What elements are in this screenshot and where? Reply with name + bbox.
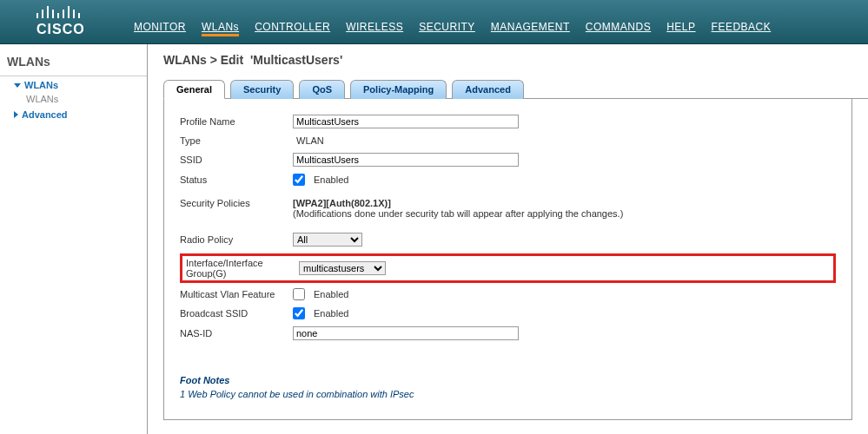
- tab-policy-mapping[interactable]: Policy-Mapping: [350, 80, 447, 99]
- profile-name-label: Profile Name: [180, 116, 293, 127]
- interface-group-select[interactable]: multicastusers: [299, 261, 386, 275]
- foot-note-1: 1 Web Policy cannot be used in combinati…: [180, 389, 836, 399]
- radio-policy-label: Radio Policy: [180, 234, 293, 245]
- chevron-down-icon: [14, 83, 21, 88]
- svg-rect-8: [78, 13, 80, 18]
- ssid-label: SSID: [180, 155, 293, 165]
- status-enabled-label: Enabled: [310, 174, 348, 185]
- tabs: General Security QoS Policy-Mapping Adva…: [163, 79, 868, 99]
- status-label: Status: [180, 174, 293, 185]
- main-content: WLANs > Edit 'MulticastUsers' General Se…: [148, 44, 868, 434]
- svg-rect-1: [42, 10, 43, 18]
- nav-wlans[interactable]: WLANs: [202, 21, 239, 36]
- svg-rect-4: [57, 13, 59, 18]
- multicast-vlan-label: Multicast Vlan Feature: [180, 289, 293, 299]
- svg-rect-0: [36, 13, 38, 18]
- sidebar: WLANs WLANs WLANs Advanced: [0, 44, 148, 434]
- nav-security[interactable]: SECURITY: [419, 21, 475, 36]
- tab-general[interactable]: General: [163, 80, 225, 99]
- broadcast-ssid-enabled-label: Enabled: [310, 308, 348, 319]
- foot-notes-title: Foot Notes: [180, 375, 836, 385]
- status-checkbox[interactable]: [293, 174, 305, 186]
- interface-group-highlight: Interface/InterfaceGroup(G) multicastuse…: [180, 253, 836, 283]
- general-panel: Profile Name Type WLAN SSID Status Enabl…: [163, 99, 852, 420]
- radio-policy-select[interactable]: All: [293, 233, 362, 247]
- nav-help[interactable]: HELP: [666, 21, 695, 36]
- chevron-right-icon: [14, 111, 18, 118]
- svg-rect-6: [68, 6, 70, 18]
- type-value: WLAN: [293, 135, 324, 146]
- multicast-vlan-enabled-label: Enabled: [310, 289, 348, 299]
- svg-rect-2: [47, 6, 49, 18]
- svg-rect-3: [52, 10, 54, 18]
- profile-name-input[interactable]: [293, 115, 519, 128]
- svg-rect-7: [73, 10, 75, 18]
- nav-management[interactable]: MANAGEMENT: [491, 21, 570, 36]
- nav-monitor[interactable]: MONITOR: [134, 21, 186, 36]
- ssid-input[interactable]: [293, 153, 519, 167]
- svg-text:CISCO: CISCO: [36, 22, 85, 36]
- broadcast-ssid-label: Broadcast SSID: [180, 308, 293, 319]
- page-title: WLANs > Edit 'MulticastUsers': [163, 53, 868, 67]
- sidebar-title: WLANs: [0, 51, 147, 76]
- nas-id-label: NAS-ID: [180, 328, 293, 339]
- tab-advanced[interactable]: Advanced: [452, 80, 524, 99]
- sidebar-subitem-wlans[interactable]: WLANs: [0, 92, 147, 106]
- broadcast-ssid-checkbox[interactable]: [293, 307, 305, 319]
- multicast-vlan-checkbox[interactable]: [293, 288, 305, 300]
- sidebar-item-label: Advanced: [22, 109, 68, 120]
- type-label: Type: [180, 135, 293, 146]
- security-policies-value: [WPA2][Auth(802.1X)]: [293, 198, 623, 208]
- nas-id-input[interactable]: [293, 326, 519, 340]
- nav-commands[interactable]: COMMANDS: [586, 21, 651, 36]
- security-policies-note: (Modifications done under security tab w…: [293, 208, 623, 219]
- nav-controller[interactable]: CONTROLLER: [255, 21, 330, 36]
- sidebar-item-advanced[interactable]: Advanced: [0, 106, 147, 122]
- security-policies-label: Security Policies: [180, 198, 293, 219]
- interface-group-label: Interface/InterfaceGroup(G): [186, 258, 299, 279]
- sidebar-item-wlans[interactable]: WLANs: [0, 76, 147, 92]
- tab-security[interactable]: Security: [230, 80, 294, 99]
- tab-qos[interactable]: QoS: [299, 80, 345, 99]
- main-nav: MONITOR WLANs CONTROLLER WIRELESS SECURI…: [134, 0, 771, 43]
- cisco-logo: CISCO: [10, 0, 123, 43]
- nav-wireless[interactable]: WIRELESS: [346, 21, 403, 36]
- top-bar: CISCO MONITOR WLANs CONTROLLER WIRELESS …: [0, 0, 868, 44]
- foot-notes: Foot Notes 1 Web Policy cannot be used i…: [180, 375, 836, 399]
- nav-feedback[interactable]: FEEDBACK: [712, 21, 772, 36]
- svg-rect-5: [63, 10, 64, 18]
- sidebar-item-label: WLANs: [24, 80, 58, 90]
